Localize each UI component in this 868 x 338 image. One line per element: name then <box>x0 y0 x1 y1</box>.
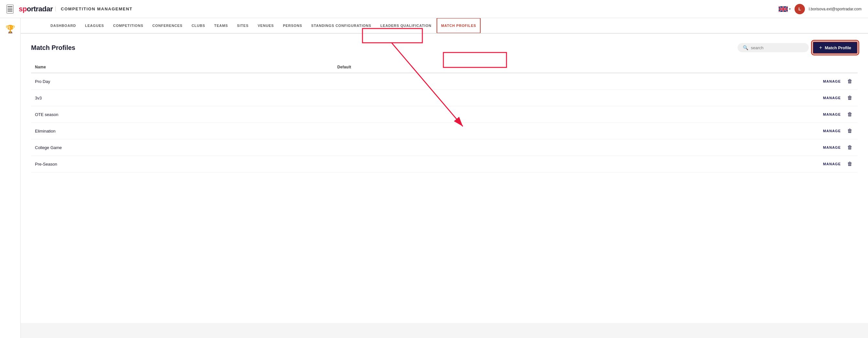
cell-actions: MANAGE 🗑 <box>522 123 858 139</box>
table-row: 3v3 MANAGE 🗑 <box>31 90 858 106</box>
cell-default <box>333 123 522 139</box>
table-row: Pre-Season MANAGE 🗑 <box>31 156 858 172</box>
header-right: ▾ L l.borisova.ext@sportradar.com <box>779 4 862 14</box>
manage-button[interactable]: MANAGE <box>823 79 841 83</box>
add-match-profile-button[interactable]: + Match Profile <box>813 41 858 54</box>
nav-item-conferences[interactable]: CONFERENCES <box>149 18 186 34</box>
search-icon: 🔍 <box>743 45 748 50</box>
delete-button[interactable]: 🗑 <box>846 144 854 151</box>
cell-actions: MANAGE 🗑 <box>522 90 858 106</box>
nav-item-competitions[interactable]: COMPETITIONS <box>109 18 147 34</box>
logo: sportradar <box>19 5 53 13</box>
cell-actions: MANAGE 🗑 <box>522 73 858 90</box>
language-selector[interactable]: ▾ <box>779 6 790 12</box>
page-actions: 🔍 + Match Profile <box>738 41 858 54</box>
logo-sp: sp <box>19 5 27 13</box>
cell-default <box>333 106 522 123</box>
manage-button[interactable]: MANAGE <box>823 112 841 116</box>
cell-actions: MANAGE 🗑 <box>522 106 858 123</box>
col-actions <box>522 62 858 73</box>
page-title: Match Profiles <box>31 44 75 52</box>
sidebar: 🏆 <box>0 18 21 323</box>
cell-name: Pro Day <box>31 73 333 90</box>
top-header: ☰ sportradar COMPETITION MANAGEMENT ▾ L … <box>0 0 868 18</box>
delete-button[interactable]: 🗑 <box>846 128 854 135</box>
nav-item-leaders[interactable]: LEADERS QUALIFICATION <box>376 18 435 34</box>
page-header: Match Profiles 🔍 + Match Profile <box>31 41 858 54</box>
hamburger-menu-button[interactable]: ☰ <box>6 4 13 13</box>
trophy-icon[interactable]: 🏆 <box>5 25 15 34</box>
cell-name: Elimination <box>31 123 333 139</box>
logo-area: sportradar COMPETITION MANAGEMENT <box>19 5 133 13</box>
delete-button[interactable]: 🗑 <box>846 78 854 85</box>
match-profiles-table: Name Default Pro Day MANAGE 🗑 3v3 MANAGE… <box>31 62 858 172</box>
cell-actions: MANAGE 🗑 <box>522 139 858 156</box>
cell-default <box>333 139 522 156</box>
table-row: College Game MANAGE 🗑 <box>31 139 858 156</box>
cell-name: 3v3 <box>31 90 333 106</box>
nav-item-match-profiles[interactable]: MATCH PROFILES <box>437 18 480 33</box>
nav-item-teams[interactable]: TEAMS <box>210 18 232 34</box>
col-default: Default <box>333 62 522 73</box>
content-area: Match Profiles 🔍 + Match Profile Name De… <box>21 34 868 323</box>
manage-button[interactable]: MANAGE <box>823 162 841 166</box>
manage-button[interactable]: MANAGE <box>823 145 841 149</box>
nav-item-standings[interactable]: STANDINGS CONFIGURATIONS <box>307 18 375 34</box>
app-title: COMPETITION MANAGEMENT <box>55 6 133 11</box>
cell-name: Pre-Season <box>31 156 333 172</box>
delete-button[interactable]: 🗑 <box>846 111 854 118</box>
main-wrapper: DASHBOARD LEAGUES COMPETITIONS CONFERENC… <box>21 18 868 323</box>
table-row: Pro Day MANAGE 🗑 <box>31 73 858 90</box>
cell-default <box>333 73 522 90</box>
delete-button[interactable]: 🗑 <box>846 161 854 168</box>
nav-item-clubs[interactable]: CLUBS <box>188 18 209 34</box>
table-row: OTE season MANAGE 🗑 <box>31 106 858 123</box>
nav-item-dashboard[interactable]: DASHBOARD <box>46 18 80 34</box>
cell-default <box>333 156 522 172</box>
search-box[interactable]: 🔍 <box>738 43 809 52</box>
logo-ortradar: ortradar <box>27 5 53 13</box>
cell-actions: MANAGE 🗑 <box>522 156 858 172</box>
add-button-label: Match Profile <box>825 45 851 50</box>
search-input[interactable] <box>751 45 804 50</box>
nav-item-venues[interactable]: VENUES <box>254 18 278 34</box>
user-email: l.borisova.ext@sportradar.com <box>809 7 862 11</box>
language-chevron-icon: ▾ <box>789 7 790 11</box>
manage-button[interactable]: MANAGE <box>823 96 841 100</box>
delete-button[interactable]: 🗑 <box>846 94 854 102</box>
table-header: Name Default <box>31 62 858 73</box>
nav-item-persons[interactable]: PERSONS <box>279 18 306 34</box>
cell-name: OTE season <box>31 106 333 123</box>
nav-item-sites[interactable]: SITES <box>233 18 252 34</box>
nav-item-leagues[interactable]: LEAGUES <box>81 18 108 34</box>
user-avatar: L <box>795 4 805 14</box>
table-row: Elimination MANAGE 🗑 <box>31 123 858 139</box>
table-header-row: Name Default <box>31 62 858 73</box>
nav-bar: DASHBOARD LEAGUES COMPETITIONS CONFERENC… <box>21 18 868 34</box>
col-name: Name <box>31 62 333 73</box>
manage-button[interactable]: MANAGE <box>823 129 841 133</box>
plus-icon: + <box>819 45 822 51</box>
cell-default <box>333 90 522 106</box>
uk-flag-icon <box>779 6 788 12</box>
table-body: Pro Day MANAGE 🗑 3v3 MANAGE 🗑 OTE season… <box>31 73 858 172</box>
cell-name: College Game <box>31 139 333 156</box>
